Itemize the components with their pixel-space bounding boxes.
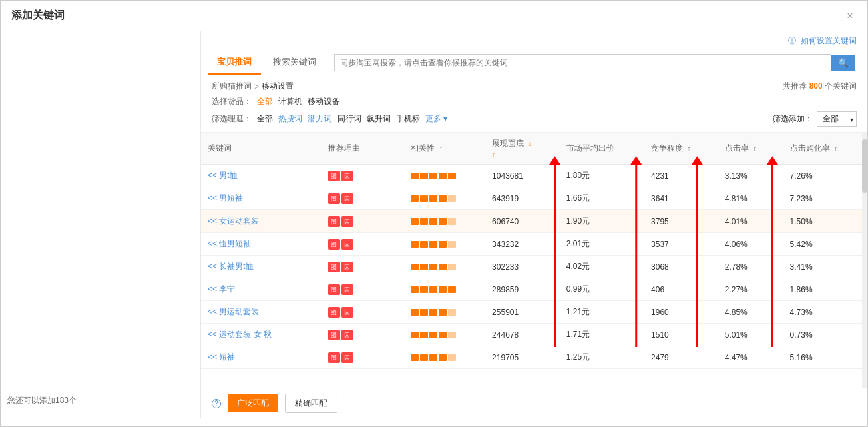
- bottom-bar: ? 广泛匹配 精确匹配: [201, 388, 867, 418]
- bar-segment: [429, 354, 437, 361]
- select-arrow-icon: ▾: [850, 115, 853, 123]
- cell-ctr: 4.06%: [718, 233, 783, 256]
- table-row: << 男运动套装图囚2559011.21元19604.85%4.73%: [201, 301, 867, 324]
- bar-segment: [411, 354, 419, 361]
- cell-avgprice: 2.01元: [560, 233, 644, 256]
- dialog-container: 添加关键词 × 您还可以添加183个 ⓘ 如何设置关键词 宝贝推词 搜索关键词 …: [0, 0, 868, 427]
- keyword-link[interactable]: << 男t恤: [208, 171, 238, 180]
- relevance-bars: [411, 218, 479, 225]
- bar-segment: [448, 264, 456, 270]
- cell-relevance: [404, 346, 485, 369]
- search-input[interactable]: [334, 54, 831, 71]
- exact-match-button[interactable]: 精确匹配: [285, 394, 337, 413]
- cat-mobile[interactable]: 移动设备: [308, 96, 340, 107]
- bottom-help-icon[interactable]: ?: [212, 399, 221, 408]
- cell-relevance: [404, 278, 485, 301]
- bar-segment: [420, 241, 428, 248]
- cell-avgprice: 1.66元: [560, 187, 644, 210]
- bar-segment: [420, 218, 428, 225]
- cell-avgprice: 1.90元: [560, 210, 644, 233]
- breadcrumb: 所购猫推词 > 移动设置: [212, 81, 294, 92]
- cell-reason: 图囚: [321, 278, 405, 301]
- dialog-body: 您还可以添加183个 ⓘ 如何设置关键词 宝贝推词 搜索关键词 🔍: [1, 31, 867, 418]
- bar-segment: [439, 218, 447, 225]
- tab-search-keyword[interactable]: 搜索关键词: [264, 51, 326, 75]
- left-content: [7, 38, 194, 390]
- cell-competition: 3641: [644, 187, 718, 210]
- bar-segment: [429, 218, 437, 225]
- col-header-relevance[interactable]: 相关性 ↑: [404, 133, 485, 165]
- breadcrumb-sep: >: [254, 82, 259, 91]
- table-row: << 李宁图囚2898590.99元4062.27%1.86%: [201, 278, 867, 301]
- relevance-bars: [411, 354, 479, 361]
- cat-all[interactable]: 全部: [257, 96, 273, 107]
- sort-ctr-convert-icon: ↑: [834, 145, 837, 152]
- cat-computer[interactable]: 计算机: [278, 96, 302, 107]
- table-row: << 女运动套装图囚6067401.90元37954.01%1.50%: [201, 210, 867, 233]
- table-row: << 运动套装 女 秋图囚2446781.71元15105.01%0.73%: [201, 324, 867, 346]
- bar-segment: [429, 195, 437, 202]
- relevance-bars: [411, 264, 479, 270]
- scrollbar-track[interactable]: [862, 133, 867, 388]
- category-label: 选择货品：: [212, 96, 252, 107]
- col-header-exposure[interactable]: 展现面底 ↓ ↑: [485, 133, 560, 165]
- col-header-ctr[interactable]: 点击率 ↑: [718, 133, 783, 165]
- col-header-competition[interactable]: 竞争程度 ↑: [644, 133, 718, 165]
- search-button[interactable]: 🔍: [831, 55, 855, 71]
- cell-ctr: 2.78%: [718, 256, 783, 278]
- cell-competition: 3068: [644, 256, 718, 278]
- result-filter-value: 全部: [823, 113, 839, 125]
- col-header-ctr-convert[interactable]: 点击购化率 ↑: [783, 133, 867, 165]
- cell-ctr-convert: 5.42%: [783, 233, 867, 256]
- keyword-link[interactable]: << 长袖男t恤: [208, 262, 254, 271]
- keyword-link[interactable]: << 李宁: [208, 284, 235, 294]
- cell-ctr-convert: 0.73%: [783, 324, 867, 346]
- table-row: << 短袖图囚2197051.25元24794.47%5.16%: [201, 346, 867, 369]
- table-body: << 男t恤图囚10436811.80元42313.13%7.26%<< 男短袖…: [201, 165, 867, 369]
- keyword-link[interactable]: << 男短袖: [208, 193, 243, 203]
- reason-tag: 图: [328, 193, 340, 204]
- result-filter-select[interactable]: 全部 ▾: [817, 111, 857, 127]
- type-hot[interactable]: 热搜词: [278, 113, 302, 125]
- type-peer[interactable]: 同行词: [337, 113, 361, 125]
- cell-reason: 图囚: [321, 233, 405, 256]
- reason-tag: 囚: [341, 284, 353, 295]
- keyword-link[interactable]: << 女运动套装: [208, 216, 259, 226]
- type-potential[interactable]: 潜力词: [308, 113, 332, 125]
- cell-keyword: << 恤男短袖: [201, 233, 321, 256]
- keyword-link[interactable]: << 恤男短袖: [208, 239, 251, 248]
- bar-segment: [448, 286, 456, 293]
- cell-reason: 图囚: [321, 346, 405, 369]
- help-link-text[interactable]: 如何设置关键词: [801, 36, 857, 45]
- bar-segment: [429, 286, 437, 293]
- broad-match-button[interactable]: 广泛匹配: [228, 394, 278, 412]
- reason-tag: 囚: [341, 330, 353, 340]
- type-all[interactable]: 全部: [257, 113, 273, 125]
- left-panel: 您还可以添加183个: [1, 31, 201, 418]
- keyword-link[interactable]: << 短袖: [208, 352, 235, 362]
- bar-segment: [429, 332, 437, 338]
- cell-keyword: << 李宁: [201, 278, 321, 301]
- cell-exposure: 606740: [485, 210, 560, 233]
- reason-tag: 囚: [341, 307, 353, 318]
- cell-ctr: 4.85%: [718, 301, 783, 324]
- cell-ctr: 2.27%: [718, 278, 783, 301]
- cell-avgprice: 1.80元: [560, 165, 644, 187]
- type-mobile[interactable]: 手机标: [396, 113, 420, 125]
- cell-reason: 图囚: [321, 187, 405, 210]
- keyword-link[interactable]: << 男运动套装: [208, 307, 259, 316]
- cell-keyword: << 男t恤: [201, 165, 321, 187]
- right-panel: ⓘ 如何设置关键词 宝贝推词 搜索关键词 🔍 所购猫推词 > 移动设置: [201, 31, 867, 418]
- scrollbar-thumb[interactable]: [862, 139, 867, 193]
- bar-segment: [420, 309, 428, 316]
- bar-segment: [448, 241, 456, 248]
- keyword-link[interactable]: << 运动套装 女 秋: [208, 330, 272, 339]
- more-link[interactable]: 更多 ▾: [425, 113, 447, 125]
- cell-keyword: << 长袖男t恤: [201, 256, 321, 278]
- reason-tag: 囚: [341, 171, 353, 181]
- close-button[interactable]: ×: [843, 9, 857, 23]
- tab-baobei[interactable]: 宝贝推词: [208, 51, 261, 75]
- col-header-reason: 推荐理由: [321, 133, 405, 165]
- type-rise[interactable]: 飙升词: [367, 113, 391, 125]
- bar-segment: [420, 173, 428, 179]
